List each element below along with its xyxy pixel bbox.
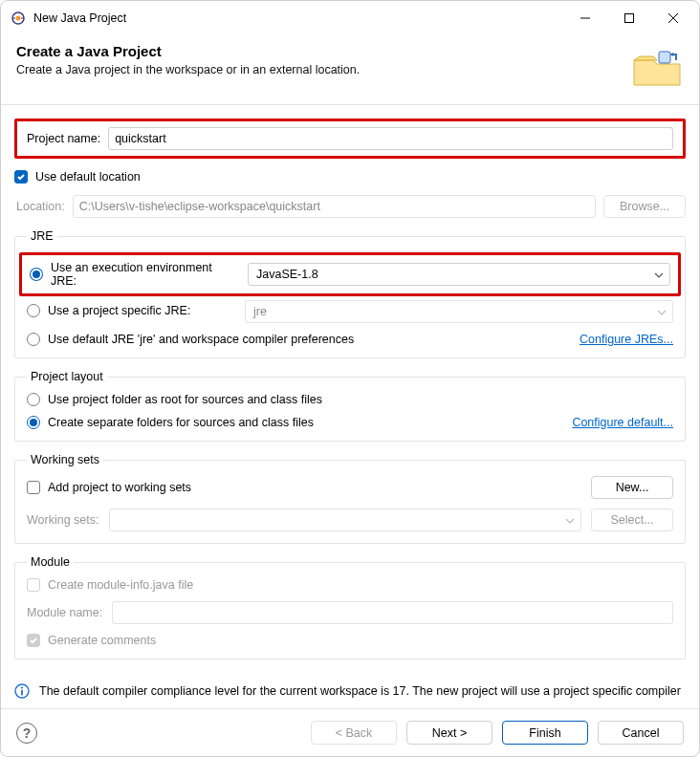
app-icon xyxy=(11,11,26,26)
project-name-highlight: Project name: xyxy=(14,119,686,159)
svg-rect-3 xyxy=(659,52,670,63)
maximize-button[interactable] xyxy=(607,3,651,33)
root-folder-radio[interactable]: Use project folder as root for sources a… xyxy=(27,393,322,406)
jre-legend: JRE xyxy=(27,229,57,243)
generate-comments-label: Generate comments xyxy=(48,634,156,647)
page-description: Create a Java project in the workspace o… xyxy=(16,63,630,76)
root-folder-label: Use project folder as root for sources a… xyxy=(48,393,322,406)
configure-jres-link[interactable]: Configure JREs... xyxy=(580,333,673,346)
exec-env-select[interactable]: JavaSE-1.8 xyxy=(248,263,670,286)
working-sets-group: Working sets Add project to working sets… xyxy=(14,453,686,544)
module-legend: Module xyxy=(27,555,74,569)
info-icon xyxy=(14,683,30,699)
browse-button: Browse... xyxy=(603,195,686,218)
project-name-label: Project name: xyxy=(27,132,100,145)
project-specific-jre-radio[interactable]: Use a project specific JRE: xyxy=(27,304,190,317)
module-group: Module Create module-info.java file Modu… xyxy=(14,555,686,660)
new-working-set-button[interactable]: New... xyxy=(591,476,673,499)
create-module-info-label: Create module-info.java file xyxy=(48,578,193,592)
close-button[interactable] xyxy=(651,3,695,33)
info-message: The default compiler compliance level fo… xyxy=(39,684,681,698)
exec-env-radio[interactable]: Use an execution environment JRE: xyxy=(30,261,240,288)
working-sets-legend: Working sets xyxy=(27,453,103,466)
titlebar: New Java Project xyxy=(1,1,699,35)
location-label: Location: xyxy=(16,200,65,213)
chevron-down-icon xyxy=(565,513,575,527)
use-default-location-checkbox[interactable]: Use default location xyxy=(14,170,686,184)
location-input xyxy=(73,195,596,218)
window-title: New Java Project xyxy=(33,11,563,25)
folder-java-icon xyxy=(630,43,684,91)
back-button: < Back xyxy=(311,721,397,745)
module-name-input xyxy=(112,601,673,624)
svg-point-5 xyxy=(21,686,23,688)
default-jre-label: Use default JRE 'jre' and workspace comp… xyxy=(48,333,354,346)
default-jre-radio[interactable]: Use default JRE 'jre' and workspace comp… xyxy=(27,333,354,346)
select-working-set-button: Select... xyxy=(591,508,673,531)
next-button[interactable]: Next > xyxy=(406,721,492,745)
add-to-working-sets-label: Add project to working sets xyxy=(48,481,191,494)
project-layout-legend: Project layout xyxy=(27,370,107,383)
separate-folders-label: Create separate folders for sources and … xyxy=(48,416,314,429)
use-default-location-label: Use default location xyxy=(35,170,141,184)
chevron-down-icon xyxy=(654,268,664,281)
jre-group: JRE Use an execution environment JRE: Ja… xyxy=(14,229,686,358)
jre-exec-env-highlight: Use an execution environment JRE: JavaSE… xyxy=(19,252,681,296)
svg-point-1 xyxy=(16,16,21,21)
project-layout-group: Project layout Use project folder as roo… xyxy=(14,370,686,442)
configure-default-link[interactable]: Configure default... xyxy=(572,416,673,429)
help-button[interactable]: ? xyxy=(16,723,37,744)
cancel-button[interactable]: Cancel xyxy=(598,721,684,745)
generate-comments-checkbox: Generate comments xyxy=(27,634,156,647)
page-title: Create a Java Project xyxy=(16,43,630,59)
add-to-working-sets-checkbox[interactable]: Add project to working sets xyxy=(27,481,191,494)
working-sets-select xyxy=(109,508,582,531)
project-specific-jre-select: jre xyxy=(245,300,673,323)
exec-env-label: Use an execution environment JRE: xyxy=(51,261,240,288)
separate-folders-radio[interactable]: Create separate folders for sources and … xyxy=(27,416,314,429)
create-module-info-checkbox: Create module-info.java file xyxy=(27,578,193,592)
finish-button[interactable]: Finish xyxy=(502,721,588,745)
module-name-label: Module name: xyxy=(27,606,102,619)
working-sets-label: Working sets: xyxy=(27,513,99,527)
minimize-button[interactable] xyxy=(563,3,607,33)
chevron-down-icon xyxy=(657,305,667,318)
project-specific-jre-label: Use a project specific JRE: xyxy=(48,304,190,317)
svg-rect-6 xyxy=(21,690,23,696)
project-name-input[interactable] xyxy=(108,127,673,150)
svg-rect-2 xyxy=(625,14,634,23)
